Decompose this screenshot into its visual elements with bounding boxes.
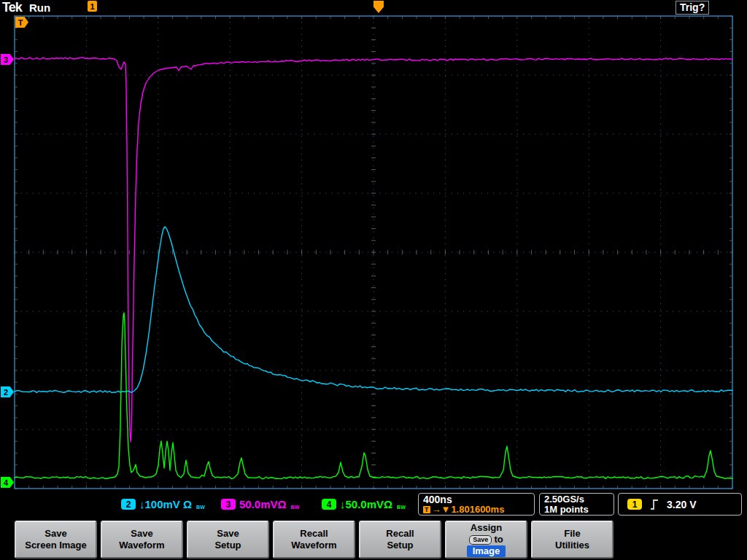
save-waveform-button[interactable]: SaveWaveform: [101, 521, 183, 559]
acquisition-status: Run: [29, 1, 50, 14]
acquisition-readout[interactable]: 2.50GS/s 1M points: [539, 493, 614, 516]
recall-setup-button[interactable]: RecallSetup: [359, 521, 441, 559]
top-status-bar: Tek Run 1 Trig?: [0, 0, 747, 15]
save-screen-image-button[interactable]: SaveScreen Image: [15, 521, 97, 559]
ch4-bandwidth-icon: BW: [397, 505, 406, 510]
trigger-status: Trig?: [676, 1, 709, 15]
file-utilities-button[interactable]: FileUtilities: [531, 521, 614, 559]
trigger-level: 3.20 V: [667, 499, 696, 510]
assign-save-to-button[interactable]: Assign Save to Image: [445, 521, 527, 559]
ch2-badge[interactable]: 2: [121, 499, 136, 510]
ch3-badge[interactable]: 3: [221, 499, 236, 510]
save-key-icon: Save: [469, 535, 492, 545]
delay-value: 1.801600ms: [451, 505, 504, 515]
trigger-source-flag-icon: 1: [88, 1, 97, 12]
readout-bar: 2 ↓100mV Ω BW 3 50.0mVΩ BW 4 ↓50.0mVΩ BW…: [0, 493, 747, 517]
ch2-scale: ↓100mV Ω: [139, 498, 192, 510]
ch4-readout[interactable]: 4 ↓50.0mVΩ BW: [322, 498, 406, 510]
rising-edge-icon: [649, 498, 659, 511]
trigger-time-icon: T: [423, 506, 430, 513]
ch4-scale: ↓50.0mVΩ: [340, 498, 392, 510]
delay-arrow-icon: →▼: [432, 505, 451, 515]
waveform-display: [0, 0, 747, 560]
sample-rate: 2.50GS/s: [544, 494, 609, 505]
record-length: 1M points: [544, 505, 609, 515]
ch3-scale: 50.0mVΩ: [239, 498, 287, 510]
soft-menu-bar: SaveScreen Image SaveWaveform SaveSetup …: [0, 519, 747, 560]
ch4-badge[interactable]: 4: [322, 499, 336, 510]
ch4-trace: [15, 313, 732, 479]
save-setup-button[interactable]: SaveSetup: [187, 521, 269, 559]
recall-waveform-button[interactable]: RecallWaveform: [273, 521, 355, 559]
horizontal-readout[interactable]: 400ns T →▼ 1.801600ms: [418, 493, 535, 516]
ch3-readout[interactable]: 3 50.0mVΩ BW: [221, 498, 299, 510]
delay-readout: T →▼ 1.801600ms: [423, 505, 530, 515]
tek-logo: Tek: [2, 0, 22, 15]
ch3-bandwidth-icon: BW: [291, 505, 300, 510]
assign-target-chip: Image: [467, 545, 506, 557]
trigger-readout[interactable]: 1 3.20 V: [618, 493, 742, 516]
ch2-bandwidth-icon: BW: [196, 505, 205, 510]
trigger-source-badge: 1: [627, 499, 642, 510]
horizontal-scale: 400ns: [423, 494, 530, 505]
ch2-readout[interactable]: 2 ↓100mV Ω BW: [121, 498, 205, 510]
